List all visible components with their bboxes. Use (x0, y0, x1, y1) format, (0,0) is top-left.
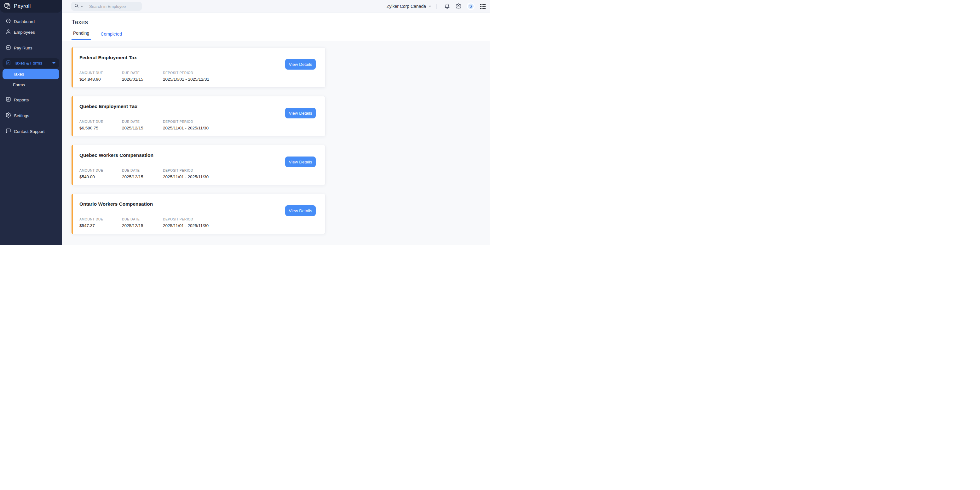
amount-due-value: $547.37 (80, 223, 122, 228)
sidebar-subitem-taxes[interactable]: Taxes (3, 69, 59, 79)
due-date-label: DUE DATE (122, 217, 163, 221)
sidebar-item-label: Contact Support (14, 129, 45, 134)
top-bar: Zylker Corp Canada S (62, 0, 490, 13)
sidebar-item-label: Settings (14, 113, 29, 118)
tax-card: Quebec Employment Tax View Details AMOUN… (72, 96, 326, 136)
sidebar-subitem-forms[interactable]: Forms (3, 79, 59, 90)
page-title: Taxes (72, 19, 490, 26)
due-date-value: 2025/12/15 (122, 174, 163, 179)
company-name: Zylker Corp Canada (387, 4, 426, 9)
due-date-label: DUE DATE (122, 120, 163, 124)
tax-card: Ontario Workers Compensation View Detail… (72, 193, 326, 234)
tabs: Pending Completed (72, 30, 490, 40)
page-head: Taxes Pending Completed (62, 13, 490, 41)
person-icon (6, 29, 11, 35)
deposit-period-value: 2025/10/01 - 2025/12/31 (163, 77, 209, 82)
amount-due-value: $540.00 (80, 174, 122, 179)
gear-icon (6, 113, 11, 119)
sidebar-item-label: Reports (14, 98, 29, 102)
tax-card-meta: AMOUNT DUE $6,580.75 DUE DATE 2025/12/15… (80, 120, 208, 130)
main-area: Zylker Corp Canada S Taxes Pending (62, 0, 490, 245)
sidebar-item-label: Taxes (13, 72, 24, 76)
speedometer-icon (6, 18, 11, 25)
search-divider (86, 4, 86, 9)
amount-due-label: AMOUNT DUE (80, 120, 122, 124)
sidebar-item-label: Pay Runs (14, 46, 32, 51)
tax-card-meta: AMOUNT DUE $14,848.90 DUE DATE 2026/01/1… (80, 71, 209, 82)
chat-bubble-icon (6, 128, 11, 135)
sidebar-nav: Dashboard Employees Pay Runs Taxes & For… (0, 13, 62, 137)
tax-card-title: Quebec Employment Tax (80, 104, 137, 109)
amount-due-value: $6,580.75 (80, 126, 122, 130)
deposit-period-label: DEPOSIT PERIOD (163, 120, 208, 124)
deposit-period-label: DEPOSIT PERIOD (163, 71, 209, 75)
view-details-button[interactable]: View Details (285, 108, 316, 118)
amount-due-value: $14,848.90 (80, 77, 122, 82)
chevron-down-icon (428, 4, 432, 9)
company-selector[interactable]: Zylker Corp Canada (387, 4, 432, 9)
tax-card-list: Federal Employment Tax View Details AMOU… (62, 41, 490, 245)
due-date-label: DUE DATE (122, 71, 163, 75)
app-name: Payroll (14, 3, 30, 10)
notifications-button[interactable] (444, 3, 450, 9)
deposit-period-value: 2025/11/01 - 2025/11/30 (163, 223, 208, 228)
payroll-logo-icon (4, 3, 11, 10)
view-details-button[interactable]: View Details (285, 157, 316, 167)
caret-down-icon (52, 62, 56, 64)
sidebar-item-label: Employees (14, 30, 35, 35)
sidebar-item-settings[interactable]: Settings (3, 110, 59, 121)
tax-card: Federal Employment Tax View Details AMOU… (72, 47, 326, 87)
sidebar-item-reports[interactable]: Reports (3, 95, 59, 105)
deposit-period-value: 2025/11/01 - 2025/11/30 (163, 126, 208, 130)
settings-button[interactable] (456, 3, 461, 9)
sidebar-item-employees[interactable]: Employees (3, 27, 59, 38)
view-details-button[interactable]: View Details (285, 59, 316, 70)
sidebar: Payroll Dashboard Employees Pay Runs Tax… (0, 0, 62, 245)
amount-due-label: AMOUNT DUE (80, 168, 122, 172)
search-icon[interactable] (74, 3, 79, 9)
bell-icon (444, 3, 450, 9)
due-date-label: DUE DATE (122, 168, 163, 172)
apps-grid-button[interactable] (480, 4, 485, 9)
tax-card-meta: AMOUNT DUE $547.37 DUE DATE 2025/12/15 D… (80, 217, 208, 228)
search-input[interactable] (89, 4, 137, 9)
view-details-button[interactable]: View Details (285, 205, 316, 216)
tax-card-title: Ontario Workers Compensation (80, 201, 153, 207)
bar-chart-icon (6, 97, 11, 103)
deposit-period-value: 2025/11/01 - 2025/11/30 (163, 174, 208, 179)
amount-due-label: AMOUNT DUE (80, 71, 122, 75)
avatar-letter: S (469, 4, 472, 8)
calendar-arrow-icon (6, 45, 11, 51)
sidebar-item-pay-runs[interactable]: Pay Runs (3, 43, 59, 53)
tab-completed[interactable]: Completed (99, 32, 124, 40)
tab-pending[interactable]: Pending (72, 30, 91, 40)
gear-icon (456, 3, 461, 9)
app-logo-bar[interactable]: Payroll (0, 0, 62, 13)
due-date-value: 2026/01/15 (122, 77, 163, 82)
tax-card: Quebec Workers Compensation View Details… (72, 145, 326, 185)
deposit-period-label: DEPOSIT PERIOD (163, 168, 208, 172)
tax-card-title: Federal Employment Tax (80, 55, 137, 60)
due-date-value: 2025/12/15 (122, 126, 163, 130)
user-avatar[interactable]: S (467, 3, 474, 10)
sidebar-item-label: Forms (13, 82, 25, 87)
top-bar-right: Zylker Corp Canada S (387, 3, 490, 10)
tax-card-title: Quebec Workers Compensation (80, 152, 153, 158)
sidebar-item-label: Taxes & Forms (14, 61, 42, 65)
search-scope-caret-icon[interactable] (81, 6, 83, 7)
tax-card-meta: AMOUNT DUE $540.00 DUE DATE 2025/12/15 D… (80, 168, 208, 179)
header-divider (436, 4, 437, 9)
sidebar-item-taxes-and-forms[interactable]: Taxes & Forms (3, 58, 59, 68)
global-search[interactable] (71, 2, 142, 11)
percent-document-icon (6, 60, 11, 67)
due-date-value: 2025/12/15 (122, 223, 163, 228)
sidebar-item-label: Dashboard (14, 19, 35, 24)
sidebar-item-dashboard[interactable]: Dashboard (3, 16, 59, 27)
amount-due-label: AMOUNT DUE (80, 217, 122, 221)
deposit-period-label: DEPOSIT PERIOD (163, 217, 208, 221)
sidebar-item-contact-support[interactable]: Contact Support (3, 126, 59, 137)
